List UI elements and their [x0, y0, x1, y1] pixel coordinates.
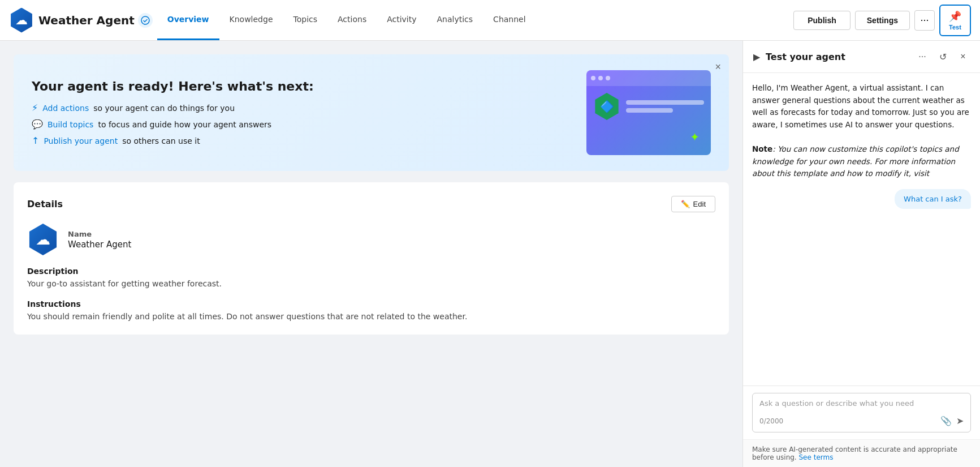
nav-channel[interactable]: Channel — [483, 0, 536, 40]
main-layout: × Your agent is ready! Here's what's nex… — [0, 41, 980, 467]
banner-link-topics[interactable]: 💬 Build topics to focus and guide how yo… — [32, 119, 314, 130]
banner-add-actions-link[interactable]: Add actions — [42, 104, 89, 113]
chat-input-box[interactable]: Ask a question or describe what you need… — [752, 393, 971, 432]
footer-note: Make sure AI-generated content is accura… — [743, 439, 980, 467]
instructions-value: You should remain friendly and polite at… — [27, 312, 715, 321]
instructions-label: Instructions — [27, 299, 715, 309]
settings-button[interactable]: Settings — [855, 11, 910, 30]
chat-message: Hello, I'm Weather Agent, a virtual assi… — [752, 82, 971, 180]
test-button[interactable]: 📌 Test — [939, 5, 971, 36]
nav-analytics[interactable]: Analytics — [427, 0, 483, 40]
topics-icon: 💬 — [32, 119, 43, 130]
chat-input-placeholder: Ask a question or describe what you need — [759, 399, 964, 408]
agent-badge-icon — [138, 13, 153, 28]
banner-topics-text: to focus and guide how your agent answer… — [98, 120, 271, 129]
agent-title: Weather Agent — [38, 14, 135, 27]
edit-button[interactable]: ✏️ Edit — [671, 196, 715, 212]
chat-input-area: Ask a question or describe what you need… — [743, 385, 980, 439]
name-label: Name — [68, 230, 131, 238]
panel-expand-button[interactable]: ▶ — [752, 50, 761, 63]
banner-actions-text: so your agent can do things for you — [93, 104, 235, 113]
what-ask-bubble[interactable]: What can I ask? — [895, 189, 971, 209]
description-label: Description — [27, 267, 715, 276]
action-icon: ⚡ — [32, 102, 38, 113]
banner-title: Your agent is ready! Here's what's next: — [32, 79, 314, 93]
header: ☁️ Weather Agent Overview Knowledge Topi… — [0, 0, 980, 41]
send-icon: ➤ — [956, 416, 964, 426]
banner-links: ⚡ Add actions so your agent can do thing… — [32, 102, 314, 146]
attach-icon: 📎 — [940, 416, 952, 426]
chat-input-footer: 0/2000 📎 ➤ — [759, 415, 964, 426]
banner-link-actions[interactable]: ⚡ Add actions so your agent can do thing… — [32, 102, 314, 113]
chat-icons: 📎 ➤ — [940, 415, 964, 426]
details-card: Details ✏️ Edit ☁️ Name Weather Agent De… — [14, 182, 729, 335]
pin-icon: 📌 — [949, 10, 961, 23]
details-header: Details ✏️ Edit — [27, 196, 715, 212]
nav-topics[interactable]: Topics — [283, 0, 328, 40]
publish-icon: ↑ — [32, 135, 39, 146]
what-ask-bubble-container: What can I ask? — [752, 189, 971, 209]
more-icon: ··· — [920, 14, 929, 26]
test-panel-refresh-button[interactable]: ↺ — [935, 49, 951, 65]
test-panel-close-button[interactable]: × — [955, 49, 971, 65]
banner-image: 🔷 ✦ — [586, 70, 711, 155]
test-panel-header: ▶ Test your agent ··· ↺ × — [743, 41, 980, 73]
see-terms-link[interactable]: See terms — [799, 453, 834, 461]
nav-actions[interactable]: Actions — [327, 0, 377, 40]
refresh-icon: ↺ — [939, 52, 947, 62]
banner-close-button[interactable]: × — [715, 61, 721, 73]
char-count: 0/2000 — [759, 417, 783, 425]
description-value: Your go-to assistant for getting weather… — [27, 279, 715, 288]
name-value: Weather Agent — [68, 239, 131, 250]
nav-overview[interactable]: Overview — [157, 0, 219, 40]
edit-icon: ✏️ — [681, 200, 690, 208]
browser-hex-icon: 🔷 — [593, 93, 620, 120]
banner-link-publish[interactable]: ↑ Publish your agent so others can use i… — [32, 135, 314, 146]
main-nav: Overview Knowledge Topics Actions Activi… — [157, 0, 793, 40]
content-area: × Your agent is ready! Here's what's nex… — [0, 41, 742, 467]
details-title: Details — [27, 199, 63, 209]
logo-container: ☁️ — [9, 8, 34, 33]
test-more-icon: ··· — [918, 52, 926, 62]
note-label: Note — [752, 144, 772, 153]
agent-name-row: ☁️ Name Weather Agent — [27, 224, 715, 255]
nav-activity[interactable]: Activity — [377, 0, 426, 40]
more-options-button[interactable]: ··· — [914, 10, 935, 31]
nav-knowledge[interactable]: Knowledge — [219, 0, 283, 40]
svg-point-0 — [141, 16, 149, 24]
attach-button[interactable]: 📎 — [940, 415, 952, 426]
publish-button[interactable]: Publish — [793, 11, 851, 30]
star-spark-icon: ✦ — [690, 130, 700, 144]
agent-detail-logo: ☁️ — [27, 224, 59, 255]
close-icon: × — [960, 52, 965, 62]
banner: × Your agent is ready! Here's what's nex… — [14, 54, 729, 171]
banner-text: Your agent is ready! Here's what's next:… — [32, 79, 314, 146]
agent-name-info: Name Weather Agent — [68, 230, 131, 250]
agent-logo-icon: ☁️ — [9, 8, 34, 33]
send-button[interactable]: ➤ — [956, 415, 964, 426]
test-panel-actions: ··· ↺ × — [914, 49, 971, 65]
test-panel: ▶ Test your agent ··· ↺ × Hello, I'm Wea… — [742, 41, 980, 467]
test-panel-title: Test your agent — [766, 52, 910, 62]
test-panel-more-button[interactable]: ··· — [914, 49, 930, 65]
banner-publish-link[interactable]: Publish your agent — [44, 136, 118, 145]
banner-publish-text: so others can use it — [122, 136, 200, 145]
header-actions: Publish Settings ··· 📌 Test — [793, 5, 971, 36]
chat-area: Hello, I'm Weather Agent, a virtual assi… — [743, 73, 980, 385]
banner-build-topics-link[interactable]: Build topics — [48, 120, 93, 129]
